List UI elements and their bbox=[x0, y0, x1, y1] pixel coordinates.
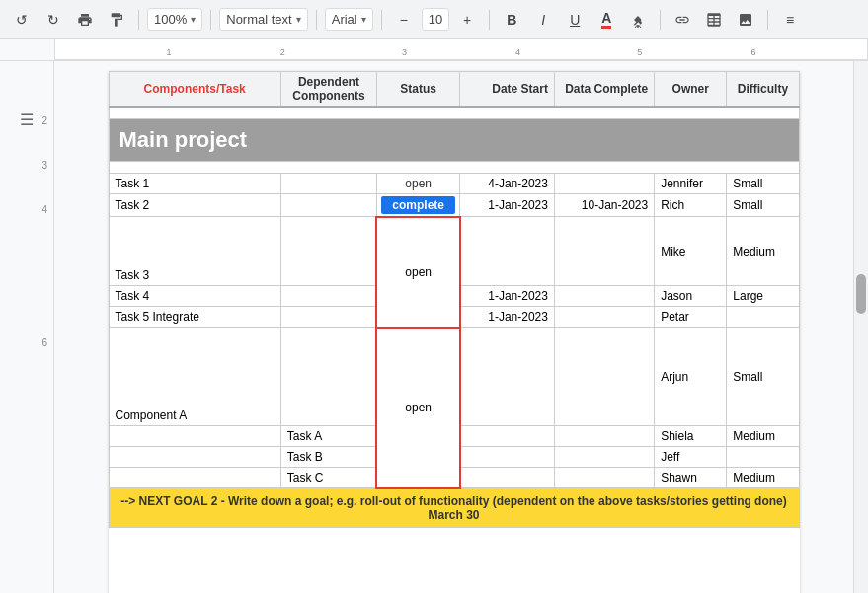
task-2-dep[interactable] bbox=[280, 193, 376, 217]
image-button[interactable] bbox=[732, 8, 759, 32]
italic-button[interactable]: I bbox=[529, 8, 557, 32]
document: Components/Task Dependent Components Sta… bbox=[109, 71, 800, 593]
task-1-name[interactable]: Task 1 bbox=[109, 173, 280, 193]
style-value: Normal text bbox=[226, 12, 291, 27]
task-a-date-start[interactable] bbox=[460, 426, 555, 447]
task-5-data-complete[interactable] bbox=[554, 307, 654, 328]
task-c-difficulty[interactable]: Medium bbox=[727, 468, 799, 488]
row-num-3: 3 bbox=[41, 160, 47, 171]
highlight-button[interactable] bbox=[624, 8, 652, 32]
task-2-status[interactable]: complete bbox=[376, 193, 459, 217]
task-4-name[interactable]: Task 4 bbox=[109, 286, 280, 307]
main-area: ☰ 2 3 4 6 Components/Task Dependent Comp… bbox=[0, 61, 868, 593]
task-a-difficulty[interactable]: Medium bbox=[727, 426, 799, 447]
task-5-difficulty[interactable] bbox=[727, 307, 799, 328]
task-2-date-start[interactable]: 1-Jan-2023 bbox=[460, 193, 555, 217]
link-button[interactable] bbox=[669, 8, 696, 32]
task-4-date-start[interactable]: 1-Jan-2023 bbox=[460, 286, 555, 307]
task-4-owner[interactable]: Jason bbox=[655, 286, 727, 307]
task-1-owner[interactable]: Jennifer bbox=[655, 173, 727, 193]
redo-button[interactable]: ↻ bbox=[39, 8, 67, 32]
table-header-row: Components/Task Dependent Components Sta… bbox=[109, 72, 799, 108]
scroll-thumb[interactable] bbox=[856, 274, 866, 314]
right-scrollbar[interactable] bbox=[853, 61, 868, 593]
task-5-name[interactable]: Task 5 Integrate bbox=[109, 307, 280, 328]
component-a-owner[interactable]: Arjun bbox=[655, 328, 727, 426]
separator-6 bbox=[660, 10, 661, 30]
style-select[interactable]: Normal text ▾ bbox=[219, 8, 307, 31]
task-1-status[interactable]: open bbox=[376, 173, 459, 193]
table-row: Task 3 open Mike Medium bbox=[109, 217, 799, 286]
component-a-data-complete[interactable] bbox=[554, 328, 654, 426]
header-date-start: Date Start bbox=[460, 72, 555, 108]
task-2-data-complete[interactable]: 10-Jan-2023 bbox=[554, 193, 654, 217]
task-b-name[interactable] bbox=[109, 447, 280, 468]
task-b-difficulty[interactable] bbox=[727, 447, 799, 468]
font-select[interactable]: Arial ▾ bbox=[325, 8, 373, 31]
font-chevron: ▾ bbox=[361, 14, 366, 25]
row-num-4: 4 bbox=[41, 204, 47, 215]
bold-button[interactable]: B bbox=[498, 8, 525, 32]
task-4-dep[interactable] bbox=[280, 286, 376, 307]
row-num-2: 2 bbox=[41, 115, 47, 126]
task-c-data-complete[interactable] bbox=[554, 468, 654, 488]
component-a-difficulty[interactable]: Small bbox=[727, 328, 799, 426]
component-a-dep[interactable] bbox=[280, 328, 376, 426]
task-5-owner[interactable]: Petar bbox=[655, 307, 727, 328]
task-c-owner[interactable]: Shawn bbox=[655, 468, 727, 488]
task-c-dep[interactable]: Task C bbox=[280, 468, 376, 488]
ruler-bar: 1 2 3 4 5 6 bbox=[54, 39, 868, 60]
table-row: Component A open Arjun Small bbox=[109, 328, 799, 426]
task-b-owner[interactable]: Jeff bbox=[655, 447, 727, 468]
component-a-name[interactable]: Component A bbox=[109, 328, 280, 426]
task-1-dep[interactable] bbox=[280, 173, 376, 193]
component-a-status[interactable]: open bbox=[376, 328, 459, 488]
task-2-owner[interactable]: Rich bbox=[655, 193, 727, 217]
font-size-select[interactable]: 10 bbox=[422, 8, 449, 31]
task-1-date-start[interactable]: 4-Jan-2023 bbox=[460, 173, 555, 193]
task-3-owner[interactable]: Mike bbox=[655, 217, 727, 286]
task-a-data-complete[interactable] bbox=[554, 426, 654, 447]
task-c-name[interactable] bbox=[109, 468, 280, 488]
doc-area[interactable]: Components/Task Dependent Components Sta… bbox=[54, 61, 853, 593]
task-a-dep[interactable]: Task A bbox=[280, 426, 376, 447]
header-data-complete: Data Complete bbox=[554, 72, 654, 108]
paint-format-button[interactable] bbox=[103, 8, 130, 32]
task-5-date-start[interactable]: 1-Jan-2023 bbox=[460, 307, 555, 328]
task-1-data-complete[interactable] bbox=[554, 173, 654, 193]
task-3-name[interactable]: Task 3 bbox=[109, 217, 280, 286]
print-button[interactable] bbox=[71, 8, 99, 32]
font-size-increase[interactable]: + bbox=[453, 8, 481, 32]
task-3-data-complete[interactable] bbox=[554, 217, 654, 286]
task-3-difficulty[interactable]: Medium bbox=[727, 217, 799, 286]
task-a-owner[interactable]: Shiela bbox=[655, 426, 727, 447]
sidebar-icon[interactable]: ☰ bbox=[20, 111, 34, 129]
undo-button[interactable]: ↺ bbox=[8, 8, 36, 32]
main-project-row: Main project bbox=[109, 118, 799, 161]
task-4-data-complete[interactable] bbox=[554, 286, 654, 307]
task-4-difficulty[interactable]: Large bbox=[727, 286, 799, 307]
more-options-button[interactable]: ≡ bbox=[776, 8, 804, 32]
text-color-button[interactable]: A bbox=[592, 6, 620, 33]
task-b-dep[interactable]: Task B bbox=[280, 447, 376, 468]
task-2-difficulty[interactable]: Small bbox=[727, 193, 799, 217]
task-3-status[interactable]: open bbox=[376, 217, 459, 328]
task-2-name[interactable]: Task 2 bbox=[109, 193, 280, 217]
task-a-name[interactable] bbox=[109, 426, 280, 447]
table-wrapper: Components/Task Dependent Components Sta… bbox=[109, 71, 800, 528]
table-button[interactable] bbox=[700, 8, 728, 32]
task-c-date-start[interactable] bbox=[460, 468, 555, 488]
task-3-date-start[interactable] bbox=[460, 217, 555, 286]
task-5-dep[interactable] bbox=[280, 307, 376, 328]
separator-7 bbox=[767, 10, 768, 30]
component-a-date-start[interactable] bbox=[460, 328, 555, 426]
style-chevron: ▾ bbox=[296, 14, 301, 25]
main-table: Components/Task Dependent Components Sta… bbox=[109, 71, 800, 528]
underline-button[interactable]: U bbox=[561, 8, 589, 32]
task-3-dep[interactable] bbox=[280, 217, 376, 286]
zoom-select[interactable]: 100% ▾ bbox=[147, 8, 202, 31]
task-b-date-start[interactable] bbox=[460, 447, 555, 468]
font-size-decrease[interactable]: − bbox=[390, 8, 418, 32]
task-1-difficulty[interactable]: Small bbox=[727, 173, 799, 193]
task-b-data-complete[interactable] bbox=[554, 447, 654, 468]
